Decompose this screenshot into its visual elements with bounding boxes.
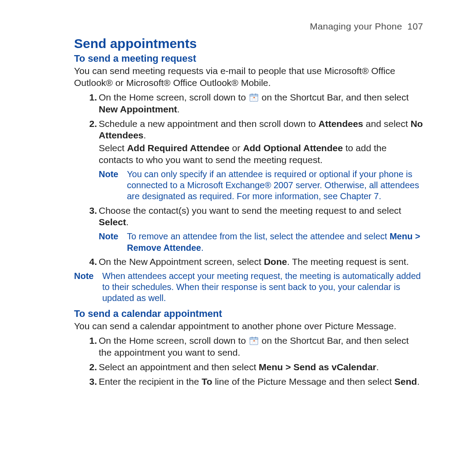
document-page: Managing your Phone 107 Send appointment… [0,0,476,476]
svg-rect-10 [250,338,258,339]
step-body: On the Home screen, scroll down to [99,335,423,359]
step-item: 2. Schedule a new appointment and then s… [85,118,423,167]
step-item: 1. On the Home screen, scroll down to [85,92,423,115]
steps-list-meeting-request: 1. On the Home screen, scroll down to [74,92,423,166]
step-body: On the Home screen, scroll down to [99,92,423,115]
step-number: 1. [85,92,97,104]
step-body: Enter the recipient in the To line of th… [99,376,423,388]
calendar-icon [249,93,258,102]
step-number: 2. [85,118,97,130]
note-label: Note [99,169,127,180]
calendar-icon [249,336,258,345]
step-item: 2. Select an appointment and then select… [85,361,423,373]
section-heading: Send appointments [74,36,423,51]
step-item: 3. Choose the contact(s) you want to sen… [85,205,423,229]
step-number: 3. [85,376,97,388]
step-extra-line: Select Add Required Attendee or Add Opti… [99,142,423,166]
step-body: On the New Appointment screen, select Do… [99,256,423,268]
steps-list-meeting-request-cont: 3. Choose the contact(s) you want to sen… [74,205,423,229]
step-item: 3. Enter the recipient in the To line of… [85,376,423,388]
steps-list-calendar-appointment: 1. On the Home screen, scroll down to [74,335,423,388]
subsection-heading-meeting-request: To send a meeting request [74,53,423,64]
step-number: 4. [85,256,97,268]
step-item: 4. On the New Appointment screen, select… [85,256,423,268]
step-item: 1. On the Home screen, scroll down to [85,335,423,359]
intro-paragraph: You can send a calendar appointment to a… [74,320,423,332]
note-text: To remove an attendee from the list, sel… [127,231,423,253]
step-body: Schedule a new appointment and then scro… [99,118,423,167]
running-header: Managing your Phone 107 [74,21,423,32]
note-label: Note [74,271,102,282]
subsection-heading-calendar-appointment: To send a calendar appointment [74,308,423,320]
step-number: 3. [85,205,97,217]
intro-paragraph: You can send meeting requests via e-mail… [74,65,423,89]
steps-list-meeting-request-cont2: 4. On the New Appointment screen, select… [74,256,423,268]
svg-rect-1 [250,94,258,96]
note-text: When attendees accept your meeting reque… [102,271,423,304]
step-number: 2. [85,361,97,373]
note-attendees-accept: Note When attendees accept your meeting … [74,271,423,304]
running-title: Managing your Phone [310,21,402,31]
note-attendee-required: Note You can only specify if an attendee… [99,169,423,202]
note-remove-attendee: Note To remove an attendee from the list… [99,231,423,253]
step-body: Choose the contact(s) you want to send t… [99,205,423,229]
note-text: You can only specify if an attendee is r… [127,169,423,202]
note-label: Note [99,231,127,242]
step-body: Select an appointment and then select Me… [99,361,423,373]
step-number: 1. [85,335,97,347]
page-number: 107 [407,21,423,31]
